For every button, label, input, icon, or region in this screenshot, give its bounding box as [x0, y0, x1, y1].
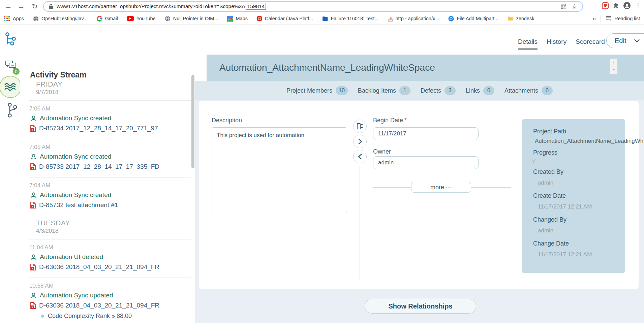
page-title: Automation_AttachmentName_LeadingWhiteSp…	[207, 55, 644, 81]
bullet-dot-icon	[41, 315, 44, 318]
bookmark-youtube[interactable]: YouTube	[127, 16, 156, 21]
progress-triangle-icon[interactable]: ▽	[532, 158, 625, 164]
tab-groups-icon[interactable]	[560, 3, 566, 9]
collapse-right-button[interactable]	[353, 135, 367, 148]
youtube-icon	[127, 16, 134, 21]
count-badge: 0	[542, 86, 553, 95]
chrome-menu-icon[interactable]: ⋮	[635, 2, 641, 9]
entry-event: Automation UI deleted	[40, 253, 103, 261]
activity-scrollbar[interactable]	[191, 75, 194, 168]
tab-history[interactable]: History	[547, 38, 566, 50]
tab-backlog-items[interactable]: Backlog Items 1	[358, 86, 410, 95]
divider	[360, 166, 360, 279]
reading-list-button[interactable]: Reading list	[606, 16, 640, 21]
attachment-file-icon: x	[30, 202, 36, 208]
person-icon	[30, 192, 37, 198]
bookmark-apps[interactable]: Apps	[4, 16, 24, 21]
bookmark-http-application[interactable]: http - application/x...	[388, 16, 439, 22]
entry-time: 11:04 AM	[29, 244, 195, 251]
entry-time: 10:58 AM	[29, 283, 195, 289]
entry-link[interactable]: D-85732 test attachment #1	[39, 201, 118, 209]
main-panel: Details History Scorecard Edit Automatio…	[195, 25, 644, 323]
tab-scorecard[interactable]: Scorecard	[576, 38, 605, 50]
tab-attachments[interactable]: Attachments 0	[504, 86, 553, 95]
address-bar[interactable]: www1.v1host.com/partner_opshub2/Project.…	[43, 1, 583, 12]
count-badge: 3	[444, 86, 456, 95]
divider	[29, 278, 191, 278]
bookmark-star-icon[interactable]: ☆	[572, 2, 578, 10]
entry-event: Automation Sync created	[40, 115, 111, 122]
profile-avatar-icon[interactable]	[623, 2, 631, 9]
bookmark-null-pointer[interactable]: Null Pointer in OIM...	[165, 16, 218, 22]
forward-icon[interactable]: →	[16, 1, 26, 11]
extensions-puzzle-icon[interactable]	[613, 2, 619, 9]
scroll-up-icon[interactable]: ▲	[613, 61, 615, 64]
activity-stream-panel: Activity Stream FRIDAY 9/7/2018 7:06 AM …	[20, 25, 195, 323]
divider	[29, 239, 191, 239]
begin-date-input[interactable]	[373, 127, 479, 140]
globe-icon	[33, 16, 39, 22]
chevron-left-icon	[358, 154, 362, 160]
reload-icon[interactable]: ↻	[30, 1, 40, 11]
owner-label: Owner	[373, 148, 391, 155]
chevron-down-icon	[634, 39, 640, 42]
bookmarks-overflow-icon[interactable]: »	[592, 15, 596, 22]
entry-event: Automation Sync updated	[40, 292, 113, 299]
activity-entry: 7:05 AM Automation Sync created xD-85733…	[20, 144, 195, 170]
begin-date-label: Begin Date*	[373, 117, 407, 124]
google-g-icon	[97, 16, 102, 22]
folder-blue-icon	[322, 16, 328, 21]
activity-entry: 11:04 AM Automation UI deleted xD-63036 …	[20, 244, 195, 271]
info-panel: Project Path Automation_AttachmentName_L…	[522, 119, 625, 273]
back-icon[interactable]: ←	[3, 1, 13, 11]
more-button[interactable]: more ⋯	[411, 182, 471, 193]
edit-button[interactable]: Edit	[606, 33, 644, 48]
stack-overflow-icon	[388, 16, 393, 22]
show-relationships-button[interactable]: Show Relationships	[365, 299, 476, 314]
count-badge: 0	[483, 86, 494, 95]
tab-defects[interactable]: Defects 3	[421, 86, 456, 95]
entry-link[interactable]: D-85734 2017_12_28_14_17_20_771_97	[39, 125, 158, 132]
reading-list-icon	[606, 16, 612, 21]
url-highlight-box: 159814	[246, 3, 267, 10]
bookmark-maps[interactable]: Maps	[227, 16, 247, 22]
left-rail: 0	[0, 25, 20, 323]
description-field[interactable]: This project is used for automation	[212, 127, 347, 212]
entry-link[interactable]: D-63036 2018_04_03_20_21_21_094_FR	[39, 302, 159, 309]
branch-icon[interactable]	[7, 103, 17, 119]
activity-stream-icon[interactable]	[0, 76, 22, 98]
chevron-right-icon	[358, 138, 362, 144]
tab-project-members[interactable]: Project Members 10	[286, 86, 348, 95]
bookmark-file-add-multipart[interactable]: File Add Multipart...	[448, 16, 498, 22]
scroll-down-icon[interactable]: ▼	[613, 68, 615, 71]
bookmark-gmail[interactable]: Gmail	[97, 16, 118, 22]
project-tree-icon[interactable]	[5, 32, 16, 47]
title-spinner[interactable]: ▲ ▼	[610, 59, 617, 74]
bookmark-opshubtesting[interactable]: OpsHubTesting/Jav...	[33, 16, 88, 22]
folder-yellow-icon	[508, 16, 513, 21]
browser-toolbar: ← → ↻ www1.v1host.com/partner_opshub2/Pr…	[0, 0, 644, 13]
globe-icon	[165, 16, 171, 22]
collapse-left-button[interactable]	[353, 150, 367, 163]
blue-circle-arrow-icon	[448, 16, 454, 22]
info-field: Create Date 11/17/2017 12:21 AM	[533, 192, 625, 210]
tab-links[interactable]: Links 0	[466, 86, 494, 95]
bookmark-zendesk[interactable]: zendesk	[508, 16, 534, 21]
bookmark-failure-116018[interactable]: Failure 116018: Test...	[322, 16, 378, 21]
person-icon	[30, 254, 37, 260]
bookmark-calendar[interactable]: Calendar (Java Platf...	[257, 16, 313, 21]
layout-panel-button[interactable]	[353, 120, 367, 133]
entry-link[interactable]: D-85733 2017_12_28_14_17_17_335_FD	[39, 163, 159, 170]
activity-entry: 7:06 AM Automation Sync created xD-85734…	[20, 105, 195, 132]
tab-details[interactable]: Details	[518, 38, 538, 50]
attachment-file-icon: x	[30, 125, 36, 132]
conversations-badge: 0	[13, 68, 20, 75]
entry-link[interactable]: D-63036 2018_04_03_20_21_21_094_FR	[39, 263, 159, 271]
svg-text:x: x	[32, 305, 33, 309]
required-marker: *	[404, 117, 407, 124]
attachment-file-icon: x	[30, 163, 36, 170]
owner-input[interactable]	[373, 156, 479, 169]
entry-event: Automation Sync created	[40, 153, 111, 160]
person-icon	[30, 115, 37, 122]
adblock-extension-icon[interactable]	[602, 2, 609, 9]
